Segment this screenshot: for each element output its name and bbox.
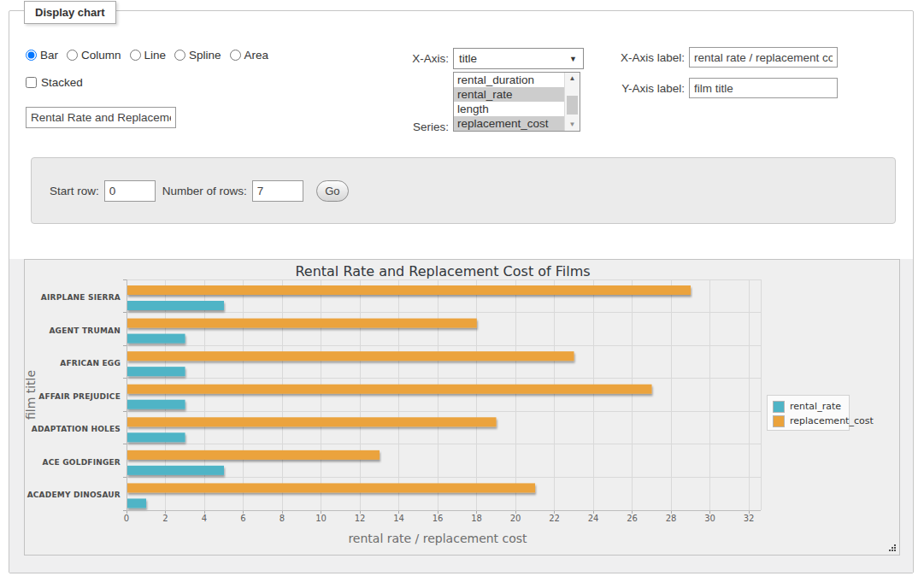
chart-type-option-bar: Bar [26,49,58,62]
x-tick-label: 14 [393,514,404,523]
x-tick-label: 30 [704,514,715,523]
bar-rental_rate[interactable] [127,367,185,376]
x-axis-label-input[interactable] [689,47,838,68]
category-label: AGENT TRUMAN [49,326,121,335]
chart-type-label: Area [244,49,269,62]
x-tick-label: 2 [162,514,168,523]
series-option-length[interactable]: length [454,102,567,116]
chart-x-axis-title: rental rate / replacement cost [348,532,527,545]
bar-replacement_cost[interactable] [127,417,497,426]
series-select-label: Series: [350,121,449,133]
chart-gridlines [127,279,761,510]
chart-type-radio-bar[interactable] [26,50,37,61]
x-tick-label: 8 [280,514,285,523]
num-rows-label: Number of rows: [162,185,247,197]
x-tick-label: 22 [549,514,560,523]
chart-type-radio-column[interactable] [67,50,78,61]
go-button[interactable]: Go [316,180,349,202]
resize-handle-icon[interactable] [888,544,897,552]
x-tick-label: 18 [471,514,482,523]
legend-swatch-icon [773,401,785,413]
chart-legend: rental_ratereplacement_cost [767,395,850,431]
legend-label: rental_rate [790,401,841,412]
category-label: AIRPLANE SIERRA [41,293,121,302]
bar-replacement_cost[interactable] [127,450,380,460]
legend-item-rental_rate[interactable]: rental_rate [768,399,849,414]
bar-replacement_cost[interactable] [127,483,536,492]
x-tick-label: 16 [433,514,444,523]
chart-type-label: Spline [189,49,221,62]
category-label: AFRICAN EGG [60,359,121,367]
x-tick-label: 32 [744,514,755,523]
x-tick-label: 4 [202,514,207,523]
category-label: AFFAIR PREJUDICE [38,392,121,401]
series-option-rental_rate[interactable]: rental_rate [454,87,567,102]
series-option-replacement_cost[interactable]: replacement_cost [454,116,567,131]
stacked-row: Stacked [26,76,83,89]
x-tick-label: 28 [666,514,677,523]
y-axis-label-label: Y-Axis label: [565,82,685,95]
chart-type-label: Column [81,49,121,62]
num-rows-input[interactable] [252,180,303,202]
chart-type-option-column: Column [67,49,121,62]
bar-rental_rate[interactable] [127,466,225,475]
x-axis-select-label: X-Axis: [350,52,449,65]
bar-replacement_cost[interactable] [127,385,652,394]
x-tick-label: 10 [315,514,327,523]
scrollbar-thumb[interactable] [567,96,578,115]
bar-replacement_cost[interactable] [127,285,692,295]
category-label: ADAPTATION HOLES [32,425,121,433]
y-axis-label-input[interactable] [689,78,838,98]
series-multiselect[interactable]: rental_durationrental_ratelengthreplacem… [453,72,580,132]
x-tick-label: 12 [355,514,366,523]
x-axis-label-label: X-Axis label: [565,51,685,64]
scroll-down-icon[interactable]: ▼ [565,119,580,131]
bar-rental_rate[interactable] [127,498,147,508]
chart-xtick-labels: 02468101214161820222426283032 [124,514,755,523]
bar-rental_rate[interactable] [127,432,185,442]
start-row-label: Start row: [50,185,99,197]
chart-y-axis-title: film title [25,370,38,420]
x-tick-label: 6 [240,514,245,523]
x-tick-label: 20 [510,514,521,523]
stacked-checkbox[interactable] [26,77,37,88]
chart-bars [127,285,692,508]
bar-rental_rate[interactable] [127,334,185,344]
chart-container: AIRPLANE SIERRAAGENT TRUMANAFRICAN EGGAF… [24,259,900,556]
chart-type-option-spline: Spline [174,49,221,62]
start-row-input[interactable] [104,180,156,202]
bar-replacement_cost[interactable] [127,351,574,361]
stacked-label: Stacked [41,76,83,89]
x-tick-label: 0 [124,514,129,523]
bar-rental_rate[interactable] [127,301,225,310]
chart-type-radio-line[interactable] [130,50,141,61]
chart-axes [123,279,761,514]
chart-title-input[interactable] [26,107,176,128]
rows-form: Start row: Number of rows: Go [31,157,896,224]
legend-swatch-icon [773,415,785,427]
chart-type-radio-area[interactable] [230,50,241,61]
x-axis-selected-value: title [454,52,569,65]
chart-type-label: Line [144,49,167,62]
chart-type-option-area: Area [230,49,269,62]
display-chart-panel: Display chart BarColumnLineSplineArea St… [9,10,914,573]
chart-title: Rental Rate and Replacement Cost of Film… [295,263,590,279]
legend-label: replacement_cost [790,415,874,426]
legend-item-replacement_cost[interactable]: replacement_cost [768,414,849,428]
chart-type-label: Bar [40,49,58,62]
bar-replacement_cost[interactable] [127,319,477,328]
category-label: ACADEMY DINOSAUR [27,491,121,499]
panel-title: Display chart [24,1,116,24]
category-label: ACE GOLDFINGER [43,458,121,467]
chart-category-labels: AIRPLANE SIERRAAGENT TRUMANAFRICAN EGGAF… [27,293,121,499]
x-tick-label: 24 [588,514,599,523]
chart-type-radio-group: BarColumnLineSplineArea [26,49,268,62]
chart-type-radio-spline[interactable] [174,50,185,61]
x-tick-label: 26 [627,514,638,523]
chart-type-option-line: Line [130,49,167,62]
bar-rental_rate[interactable] [127,400,185,409]
chart-outer-strip: AIRPLANE SIERRAAGENT TRUMANAFRICAN EGGAF… [9,259,913,573]
series-option-rental_duration[interactable]: rental_duration [454,73,567,87]
